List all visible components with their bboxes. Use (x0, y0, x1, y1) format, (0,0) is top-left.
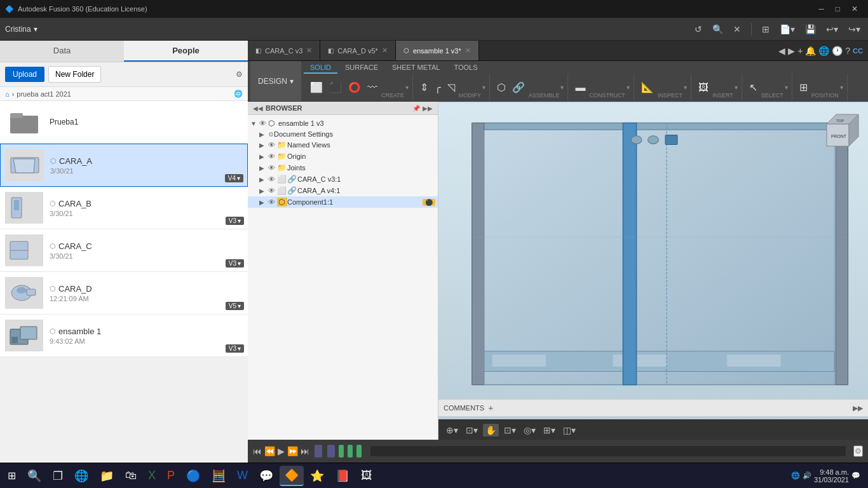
tree-item-settings[interactable]: ▶ ⚙ Document Settings (248, 129, 438, 139)
list-item[interactable]: ⬡ CARA_C 3/30/21 V3 ▾ (0, 229, 248, 272)
eye-icon[interactable]: 👁 (268, 198, 277, 206)
new-folder-button[interactable]: New Folder (48, 66, 101, 83)
tree-item-joints[interactable]: ▶ 👁 📁 Joints (248, 162, 438, 173)
close-button[interactable]: ✕ (846, 3, 863, 15)
insert-button[interactable]: 🖼 (696, 81, 711, 94)
timeline-track[interactable] (370, 446, 846, 456)
breadcrumb-settings[interactable]: 🌐 (234, 90, 243, 98)
tab-close-icon[interactable]: ✕ (382, 46, 388, 55)
add-comment-button[interactable]: + (488, 403, 493, 413)
browser-pin-icon[interactable]: 📌 (412, 105, 420, 112)
design-dropdown[interactable]: DESIGN ▾ (250, 61, 301, 101)
store-button[interactable]: 🛍 (120, 466, 142, 485)
mode-tools[interactable]: TOOLS (447, 62, 484, 74)
eye-icon[interactable]: 👁 (268, 175, 277, 183)
mode-surface[interactable]: SURFACE (339, 62, 384, 74)
search-taskbar-button[interactable]: 🔍 (22, 466, 46, 485)
refresh-button[interactable]: ↺ (692, 22, 705, 37)
fillet-button[interactable]: ╭ (432, 81, 444, 94)
section-button[interactable]: ◎▾ (521, 424, 538, 437)
view-orbit-button[interactable]: ⊕▾ (444, 424, 461, 437)
powerpoint-button[interactable]: P (162, 466, 180, 485)
expand-arrow[interactable]: ▶ (259, 165, 268, 172)
expand-arrow[interactable]: ▶ (259, 176, 268, 183)
expand-arrow[interactable]: ▼ (250, 120, 259, 127)
press-pull-button[interactable]: ⇕ (417, 81, 431, 94)
tab-data[interactable]: Data (0, 41, 124, 62)
timeline-last-button[interactable]: ⏭ (301, 446, 309, 456)
select-button[interactable]: ↖ (747, 81, 760, 94)
inspect-dropdown[interactable]: ▾ (684, 84, 687, 91)
tree-item-cara-a[interactable]: ▶ 👁 ⬜ 🔗 CARA_A v4:1 (248, 185, 438, 196)
save-button[interactable]: 💾 (803, 22, 818, 37)
zoom-fit-button[interactable]: ⊡▾ (463, 424, 480, 437)
expand-arrow[interactable]: ▶ (259, 199, 268, 206)
folder-item[interactable]: Prueba1 (0, 101, 248, 144)
eye-icon[interactable]: 👁 (268, 164, 277, 172)
user-name[interactable]: Cristina ▾ (5, 25, 37, 34)
open-button[interactable]: 📄▾ (777, 22, 797, 37)
maximize-button[interactable]: □ (831, 3, 845, 15)
world-icon[interactable]: 🌐 (818, 46, 829, 56)
timeline-first-button[interactable]: ⏮ (253, 446, 262, 456)
acrobat-button[interactable]: 📕 (330, 466, 355, 485)
mode-solid[interactable]: SOLID (304, 62, 337, 74)
tab-next-button[interactable]: ▶ (788, 46, 795, 56)
tab-close-icon[interactable]: ✕ (306, 46, 312, 55)
app-grid-button[interactable]: ⊞ (759, 22, 772, 37)
tree-item-component1[interactable]: ▶ 👁 ⬡ Component1:1 ⚫ (248, 196, 438, 208)
navigation-cube[interactable]: FRONT TOP (824, 108, 862, 146)
start-button[interactable]: ⊞ (3, 467, 21, 484)
explorer-button[interactable]: 📁 (95, 466, 119, 485)
list-item[interactable]: ⬡ CARA_A 3/30/21 V4 ▾ (0, 144, 248, 187)
settings-icon[interactable]: ⚙ (236, 70, 243, 79)
tree-item-root[interactable]: ▼ 👁 ⬡ ensamble 1 v3 (248, 118, 438, 129)
timeline-event3[interactable] (356, 445, 362, 458)
mode-sheet-metal[interactable]: SHEET METAL (386, 62, 446, 74)
select-dropdown[interactable]: ▾ (785, 84, 788, 91)
expand-arrow[interactable]: ▶ (259, 131, 268, 138)
timeline-event2[interactable] (348, 445, 353, 458)
redo-button[interactable]: ↪▾ (846, 22, 863, 37)
list-item[interactable]: ⬡ CARA_B 3/30/21 V3 ▾ (0, 187, 248, 229)
zoom-button[interactable]: ⊡▾ (501, 424, 519, 437)
timeline-settings-button[interactable]: ⚙ (853, 445, 863, 457)
timeline-event1[interactable] (339, 445, 344, 458)
chrome-button[interactable]: 🔵 (181, 466, 205, 485)
undo-button[interactable]: ↩▾ (824, 22, 841, 37)
eye-icon[interactable]: 👁 (268, 187, 277, 194)
new-component-button[interactable]: ⬡ (494, 81, 508, 94)
browser-close-icon[interactable]: ▶▶ (423, 105, 433, 112)
word-button[interactable]: W (232, 466, 253, 485)
grid-button[interactable]: ⊞▾ (541, 424, 558, 437)
tree-item-cara-c[interactable]: ▶ 👁 ⬜ 🔗 CARA_C v3:1 (248, 173, 438, 185)
minimize-button[interactable]: ─ (813, 3, 829, 15)
eye-icon[interactable]: 👁 (268, 152, 277, 160)
timeline-prev-button[interactable]: ⏪ (264, 446, 275, 456)
viewport[interactable]: FRONT TOP COMMENTS + ▶▶ ⊕▾ ⊡▾ ✋ ⊡▾ (438, 102, 868, 440)
revolve-button[interactable]: ⭕ (346, 81, 363, 94)
photos-button[interactable]: 🖼 (356, 466, 377, 485)
timeline-play-button[interactable]: ▶ (278, 446, 285, 456)
upload-button[interactable]: Upload (5, 67, 44, 82)
notification-taskbar-icon[interactable]: 💬 (851, 471, 860, 480)
tab-ensamble[interactable]: ⬡ ensamble 1 v3* ✕ (396, 41, 479, 60)
close-panel-button[interactable]: ✕ (731, 22, 743, 37)
measure-button[interactable]: 📐 (639, 81, 656, 94)
tab-prev-button[interactable]: ◀ (778, 46, 785, 56)
help-icon[interactable]: ? (845, 46, 850, 56)
list-item[interactable]: ⬡ CARA_D 12:21:09 AM V5 ▾ (0, 272, 248, 315)
comments-collapse-icon[interactable]: ▶▶ (853, 404, 863, 412)
search-button[interactable]: 🔍 (710, 22, 726, 37)
assemble-dropdown[interactable]: ▾ (560, 84, 564, 91)
construct-dropdown[interactable]: ▾ (627, 84, 630, 91)
breadcrumb-path[interactable]: prueba act1 2021 (17, 90, 71, 98)
display-button[interactable]: ◫▾ (560, 424, 578, 437)
timeline-next-button[interactable]: ⏩ (287, 446, 298, 456)
create-dropdown[interactable]: ▾ (405, 84, 409, 91)
tab-cara-d[interactable]: ◧ CARA_D v5* ✕ (320, 41, 396, 60)
expand-arrow[interactable]: ▶ (259, 142, 268, 149)
tab-add-button[interactable]: + (797, 46, 803, 56)
position-dropdown[interactable]: ▾ (840, 84, 843, 91)
eye-icon[interactable]: 👁 (259, 119, 268, 127)
